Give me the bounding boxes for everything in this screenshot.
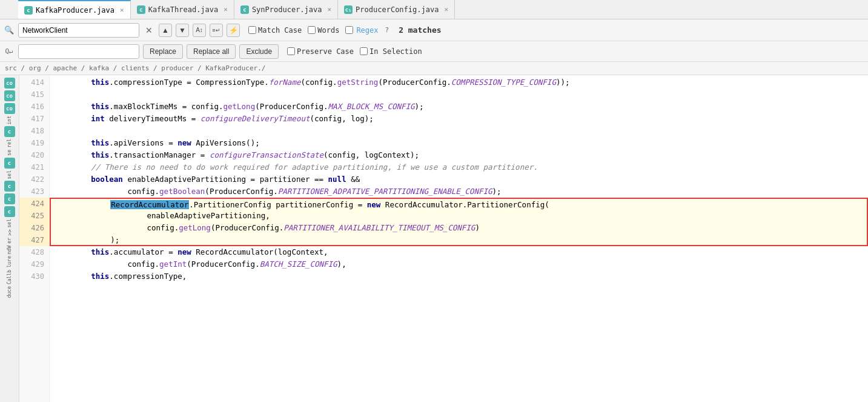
- sidebar-item-c1[interactable]: c: [4, 126, 15, 137]
- code-line-414: this.compressionType = CompressionType.f…: [50, 76, 868, 89]
- code-line-430: this.compressionType,: [50, 270, 868, 283]
- search-input[interactable]: [18, 23, 139, 38]
- sidebar-item-sel2[interactable]: sel: [7, 219, 12, 227]
- line-num-421: 421: [19, 161, 49, 173]
- replace-bar: Q↵ Replace Replace all Exclude Preserve …: [0, 41, 868, 62]
- regex-link[interactable]: Regex: [356, 26, 378, 35]
- tab-label-3: SynProducer.java: [252, 5, 322, 14]
- sidebar-item-c3[interactable]: c: [4, 181, 15, 192]
- code-area[interactable]: this.compressionType = CompressionType.f…: [50, 75, 868, 402]
- tab-icon-1: c: [24, 6, 33, 15]
- line-num-419: 419: [19, 137, 49, 149]
- tab-kafkaproducer[interactable]: c KafkaProducer.java ✕: [18, 0, 131, 19]
- code-line-422: boolean enableAdaptivePartitioning = par…: [50, 173, 868, 186]
- sidebar-item-rel[interactable]: rel: [7, 139, 12, 147]
- code-line-417: int deliveryTimeoutMs = configureDeliver…: [50, 113, 868, 125]
- tab-icon-3: c: [240, 5, 249, 14]
- line-num-427: 427: [19, 234, 49, 246]
- editor-body: co co co int c rel se c sel c c c sel >>…: [0, 75, 868, 402]
- line-num-420: 420: [19, 149, 49, 161]
- filter-button[interactable]: ⚡: [227, 24, 240, 37]
- sidebar-item-callb[interactable]: Callb: [7, 270, 12, 284]
- sidebar-item-c4[interactable]: c: [4, 193, 15, 204]
- line-num-428: 428: [19, 246, 49, 258]
- sidebar-item-er[interactable]: >>: [7, 229, 13, 236]
- sidebar-item-co2[interactable]: co: [4, 90, 15, 101]
- tab-close-4[interactable]: ✕: [444, 5, 448, 13]
- code-line-424: RecordAccumulator.PartitionerConfig part…: [50, 198, 868, 210]
- tab-kafkathread[interactable]: c KafkaThread.java ✕: [131, 0, 234, 19]
- line-num-417: 417: [19, 113, 49, 125]
- replace-button[interactable]: Replace: [143, 44, 183, 59]
- code-line-416: this.maxBlockTimeMs = config.getLong(Pro…: [50, 101, 868, 113]
- tab-producerconfig[interactable]: c₁ ProducerConfig.java ✕: [338, 0, 455, 19]
- sidebar-item-co3[interactable]: co: [4, 103, 15, 114]
- sidebar-item-int[interactable]: int: [7, 116, 12, 124]
- code-line-427: );: [50, 234, 868, 246]
- breadcrumb-text: src / org / apache / kafka / clients / p…: [5, 64, 265, 72]
- replace-options: Preserve Case In Selection: [287, 47, 422, 56]
- clear-search-button[interactable]: ✕: [143, 24, 155, 36]
- in-selection-checkbox[interactable]: [360, 47, 368, 55]
- line-num-425: 425: [19, 210, 49, 222]
- code-line-420: this.transactionManager = configureTrans…: [50, 149, 868, 161]
- sidebar-item-sel1[interactable]: sel: [7, 170, 12, 179]
- line-num-416: 416: [19, 101, 49, 113]
- match-case-checkbox[interactable]: [248, 26, 256, 34]
- words-label[interactable]: Words: [308, 26, 339, 35]
- line-num-423: 423: [19, 186, 49, 198]
- words-checkbox[interactable]: [308, 26, 316, 34]
- sidebar-item-lure[interactable]: lure: [7, 256, 12, 267]
- sidebar-item-co1[interactable]: co: [4, 78, 15, 89]
- help-button[interactable]: ?: [385, 26, 389, 34]
- code-line-429: config.getInt(ProducerConfig.BATCH_SIZE_…: [50, 258, 868, 270]
- exclude-button[interactable]: Exclude: [239, 44, 279, 59]
- sidebar-item-se[interactable]: se: [7, 150, 12, 156]
- line-num-430: 430: [19, 270, 49, 283]
- line-num-422: 422: [19, 173, 49, 186]
- code-line-418: [50, 125, 868, 137]
- matches-count: 2 matches: [399, 25, 441, 35]
- tab-icon-4: c₁: [344, 5, 353, 14]
- sidebar-item-er2[interactable]: er: [7, 238, 12, 244]
- tabs-bar: c KafkaProducer.java ✕ c KafkaThread.jav…: [0, 0, 868, 19]
- line-num-424: 424: [19, 198, 49, 210]
- regex-checkbox[interactable]: [345, 26, 353, 34]
- tab-icon-2: c: [137, 5, 145, 14]
- code-line-415: [50, 89, 868, 101]
- sidebar-item-c5[interactable]: c: [4, 206, 15, 217]
- code-line-419: this.apiVersions = new ApiVersions();: [50, 137, 868, 149]
- tab-close-1[interactable]: ✕: [120, 6, 124, 14]
- in-selection-label[interactable]: In Selection: [360, 47, 422, 56]
- sidebar-panel: co co co int c rel se c sel c c c sel >>…: [0, 75, 19, 402]
- breadcrumb: src / org / apache / kafka / clients / p…: [0, 62, 868, 75]
- regex-label[interactable]: Regex: [345, 26, 378, 35]
- tab-synproducer[interactable]: c SynProducer.java ✕: [234, 0, 338, 19]
- prev-match-button[interactable]: ▲: [159, 24, 172, 37]
- replace-icon: Q↵: [4, 46, 15, 57]
- replace-all-button[interactable]: Replace all: [187, 44, 236, 59]
- sidebar-item-ndw[interactable]: ndW: [7, 246, 12, 254]
- sidebar-item-duce[interactable]: duce: [7, 286, 12, 298]
- tab-label-1: KafkaProducer.java: [36, 6, 114, 15]
- sidebar-item-c2[interactable]: c: [4, 158, 15, 169]
- search-icon: 🔍: [4, 25, 15, 36]
- code-line-425: enableAdaptivePartitioning,: [50, 210, 868, 222]
- match-case-label[interactable]: Match Case: [248, 26, 302, 35]
- multiline-button[interactable]: ≡↵: [210, 24, 223, 37]
- code-line-423: config.getBoolean(ProducerConfig.PARTITI…: [50, 186, 868, 198]
- preserve-case-checkbox[interactable]: [287, 47, 295, 55]
- search-options: Match Case Words Regex ? 2 matches: [248, 25, 442, 35]
- code-line-428: this.accumulator = new RecordAccumulator…: [50, 246, 868, 258]
- line-num-426: 426: [19, 222, 49, 234]
- preserve-case-label[interactable]: Preserve Case: [287, 47, 354, 56]
- search-all-button[interactable]: A↕: [193, 24, 206, 37]
- tab-label-4: ProducerConfig.java: [356, 5, 439, 14]
- search-bar: 🔍 ✕ ▲ ▼ A↕ ≡↵ ⚡ Match Case Words Regex ?…: [0, 19, 868, 41]
- tab-close-3[interactable]: ✕: [327, 5, 331, 13]
- next-match-button[interactable]: ▼: [176, 24, 189, 37]
- line-num-418: 418: [19, 125, 49, 137]
- line-num-414: 414: [19, 76, 49, 89]
- replace-input[interactable]: [18, 44, 139, 59]
- tab-close-2[interactable]: ✕: [224, 5, 228, 13]
